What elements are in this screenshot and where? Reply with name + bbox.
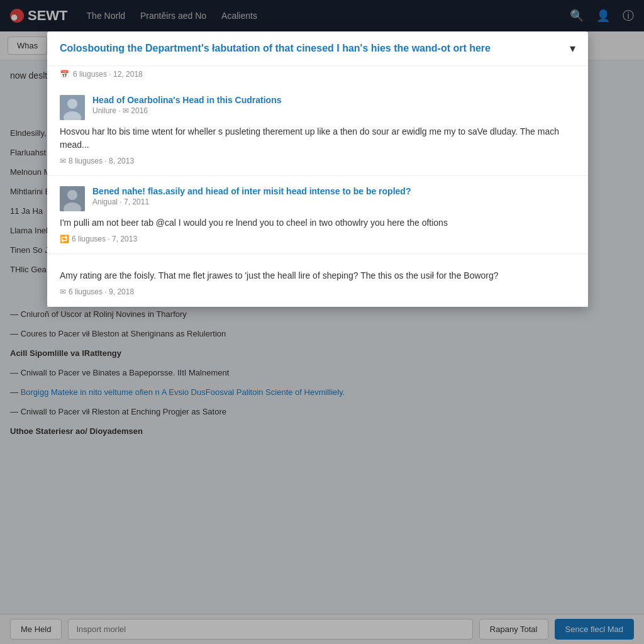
comment-date-1: Unilure · ✉ 2016 <box>92 106 575 115</box>
modal-collapse-button[interactable]: ▾ <box>570 42 575 55</box>
modal-header: Colosbouting the Department's łabutation… <box>47 31 588 66</box>
comment-author-2: Bened nahe! flas.asily and hiead of inte… <box>92 186 575 196</box>
comment-with-avatar-2: Bened nahe! flas.asily and hiead of inte… <box>60 186 575 211</box>
modal-title: Colosbouting the Department's łabutation… <box>60 42 562 55</box>
modal-dialog: Colosbouting the Department's łabutation… <box>47 31 588 307</box>
comment-entry-1: Head of Oearbolina's Head in this Cudrat… <box>47 85 588 176</box>
avatar-2 <box>60 186 85 211</box>
comment-date-2: Anigual · 7, 2011 <box>92 197 575 206</box>
comment-text-3: Amy rating are the foisly. That me flet … <box>60 269 575 282</box>
comment-author-1: Head of Oearbolina's Head in this Cudrat… <box>92 95 575 105</box>
calendar-icon: 📅 <box>60 70 69 79</box>
svg-point-1 <box>67 99 77 109</box>
comment-footer-2: 🔁 6 liuguses · 7, 2013 <box>60 235 575 243</box>
modal-body[interactable]: Head of Oearbolina's Head in this Cudrat… <box>47 85 588 307</box>
comment-entry-2: Bened nahe! flas.asily and hiead of inte… <box>47 176 588 254</box>
avatar-1 <box>60 95 85 120</box>
comment-entry-3: Amy rating are the foisly. That me flet … <box>47 254 588 307</box>
comment-content-2: Bened nahe! flas.asily and hiead of inte… <box>92 186 575 206</box>
comment-text-2: I'm pulli am not beer tab @cal I would y… <box>60 216 575 230</box>
modal-meta: 📅 6 liuguses · 12, 2018 <box>47 66 588 85</box>
svg-point-4 <box>67 190 77 200</box>
comment-text-1: Hosvou har lto bis time wtent for whelle… <box>60 125 575 152</box>
comment-content-1: Head of Oearbolina's Head in this Cudrat… <box>92 95 575 115</box>
comment-with-avatar: Head of Oearbolina's Head in this Cudrat… <box>60 95 575 120</box>
comment-footer-1: ✉ 8 liuguses · 8, 2013 <box>60 157 575 165</box>
comment-footer-3: ✉ 6 liuguses · 9, 2018 <box>60 287 575 296</box>
